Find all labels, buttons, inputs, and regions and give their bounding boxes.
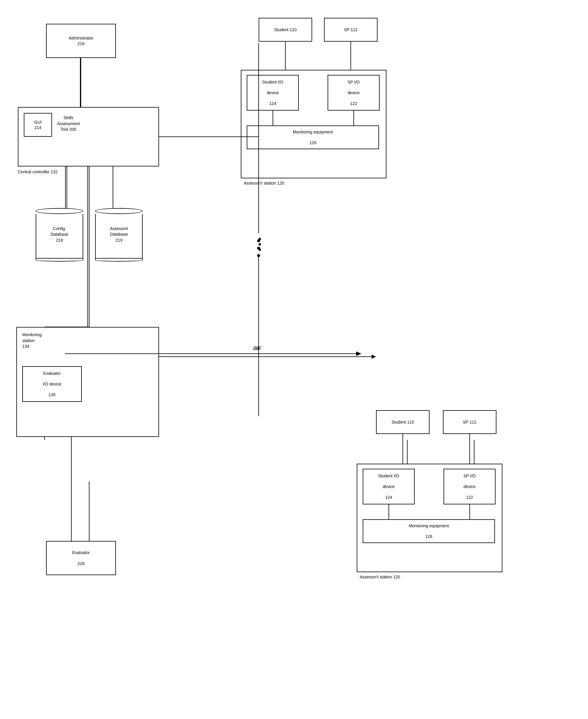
- student-110-bottom-label: Student 110: [392, 419, 414, 425]
- evaluator-box: Evaluator 228: [46, 541, 116, 575]
- student-io-bottom-line3: 124: [385, 494, 392, 500]
- evaluator-io-box: Evaluator I/O device 135: [22, 366, 82, 402]
- administrator-label-line2: 216: [78, 41, 84, 46]
- assessmt-db-line3: 219: [115, 238, 122, 242]
- svg-marker-25: [357, 352, 361, 356]
- administrator-box: Administrator 216: [46, 24, 116, 58]
- ms134-line1: Monitoring: [22, 332, 42, 337]
- dot-2: [259, 243, 261, 246]
- assessmt-station-bottom-label: Assessm't station 120: [360, 574, 400, 579]
- evaluator-line2: 228: [78, 561, 84, 566]
- assessmt-database: Assessmt Database 219: [95, 208, 143, 261]
- student-io-bottom-line1: Student I/O: [378, 473, 399, 479]
- config-db-line2: Database: [50, 232, 68, 237]
- monitoring-equipment-bottom-line1: Monitoring equipment: [409, 523, 449, 528]
- student-io-top-line2: device: [267, 90, 278, 96]
- sp-112-bottom-label: SP 112: [463, 419, 477, 425]
- eval-io-line3: 135: [48, 392, 55, 397]
- gui-line2: 214: [35, 125, 41, 130]
- student-io-bottom-line2: device: [383, 484, 395, 489]
- monitoring-equipment-bottom-line2: 126: [425, 534, 432, 539]
- assessmt-station-bottom-outer: Student I/O device 124 SP I/O device 122…: [357, 464, 502, 572]
- cylinder-bottom-assessmt: [95, 259, 143, 261]
- cylinder-body-config: Config. Database 218: [36, 214, 83, 259]
- config-database: Config. Database 218: [36, 208, 83, 261]
- gui-line1: GUI: [34, 120, 42, 125]
- sp-io-top-line2: device: [348, 90, 359, 96]
- config-db-line3: 218: [56, 238, 63, 242]
- monitoring-equipment-top-line2: 126: [310, 140, 316, 145]
- cylinder-top-config: [36, 208, 83, 214]
- monitoring-station-134-outer: Monitoring station 134 Evaluator I/O dev…: [16, 327, 159, 437]
- eval-io-line2: I/O device: [43, 381, 61, 387]
- sat-line3: Tool 200: [61, 127, 77, 132]
- ms134-line3: 134: [22, 344, 29, 348]
- diagram: Administrator 216 GUI 214 Skills Assessm…: [0, 0, 588, 719]
- monitoring-equipment-top-box: Monitoring equipment 126: [247, 125, 379, 149]
- ms134-line2: station: [22, 338, 35, 343]
- assessmt-db-line2: Database: [110, 232, 128, 237]
- central-controller-box: GUI 214 Skills Assessment Tool 200: [18, 107, 159, 166]
- student-io-top-box: Student I/O device 124: [247, 75, 299, 110]
- sp-io-bottom-line3: 122: [466, 494, 473, 500]
- assessmt-db-line1: Assessmt: [110, 226, 128, 231]
- sp-io-top-box: SP I/O device 122: [328, 75, 380, 110]
- cylinder-bottom-config: [36, 259, 83, 261]
- student-io-top-line3: 124: [269, 101, 276, 106]
- central-controller-label: Central controller 132: [18, 169, 58, 174]
- sat-line2: Assessment: [57, 121, 80, 126]
- cylinder-body-assessmt: Assessmt Database 219: [95, 214, 143, 259]
- svg-marker-28: [356, 352, 361, 356]
- sp-io-top-line3: 122: [350, 101, 357, 106]
- student-io-bottom-box: Student I/O device 124: [363, 469, 415, 504]
- student-110-top-box: Student 110: [259, 18, 312, 42]
- sp-io-bottom-line2: device: [463, 484, 475, 489]
- student-io-top-line1: Student I/O: [262, 79, 283, 85]
- student-110-bottom-box: Student 110: [376, 410, 429, 434]
- cylinder-top-assessmt: [95, 208, 143, 214]
- svg-point-37: [257, 254, 260, 257]
- assessmt-station-top-outer: Student I/O device 124 SP I/O device 122…: [241, 70, 386, 178]
- dot-1: [259, 238, 261, 240]
- gui-box: GUI 214: [24, 113, 52, 137]
- svg-marker-10: [372, 355, 376, 359]
- monitoring-equipment-bottom-box: Monitoring equipment 126: [363, 519, 495, 543]
- student-110-top-label: Student 110: [274, 27, 297, 33]
- dot-3: [259, 249, 261, 251]
- sp-io-bottom-box: SP I/O device 122: [443, 469, 496, 504]
- sp-112-top-label: SP 112: [344, 27, 358, 33]
- sp-io-top-line1: SP I/O: [348, 79, 360, 85]
- administrator-label-line1: Administrator: [69, 35, 93, 41]
- sat-line1: Skills: [64, 115, 74, 120]
- connection-230-label: 230: [253, 346, 259, 351]
- sp-112-top-box: SP 112: [324, 18, 378, 42]
- monitoring-equipment-top-line1: Monitoring equipment: [293, 129, 333, 135]
- config-db-line1: Config.: [53, 226, 66, 231]
- sp-io-bottom-line1: SP I/O: [463, 473, 476, 479]
- sp-112-bottom-box: SP 112: [443, 410, 497, 434]
- eval-io-line1: Evaluator: [43, 371, 61, 376]
- ellipsis-dots: [259, 238, 261, 251]
- assessmt-station-top-label: Assessm't station 120: [244, 181, 284, 186]
- evaluator-line1: Evaluator: [72, 550, 90, 555]
